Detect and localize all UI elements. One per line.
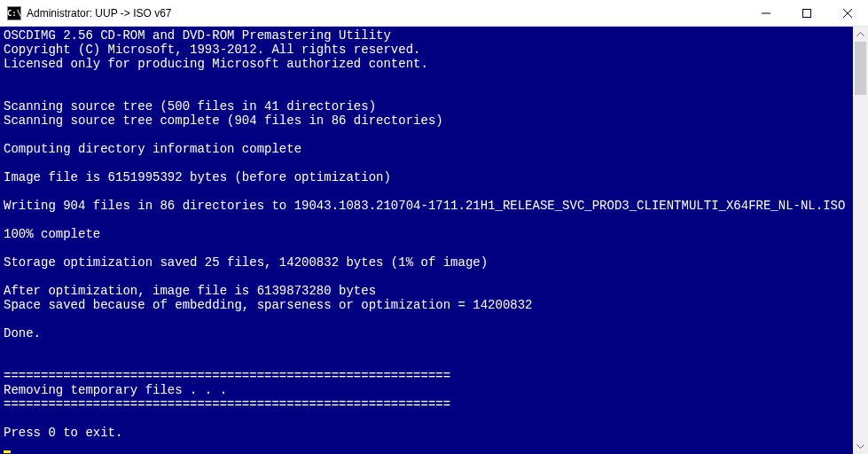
- console-line: [4, 184, 849, 199]
- console-line: [4, 340, 849, 355]
- maximize-icon: [802, 9, 811, 18]
- console-line: ========================================…: [4, 369, 849, 383]
- vertical-scrollbar[interactable]: [853, 27, 868, 454]
- window-title: Administrator: UUP -> ISO v67: [27, 7, 746, 20]
- close-button[interactable]: [827, 0, 868, 26]
- cmd-icon: C:\: [7, 6, 21, 20]
- console-output[interactable]: OSCDIMG 2.56 CD-ROM and DVD-ROM Premaste…: [0, 27, 853, 454]
- console-line: [4, 85, 849, 99]
- content-row: OSCDIMG 2.56 CD-ROM and DVD-ROM Premaste…: [0, 27, 868, 454]
- scroll-down-button[interactable]: [853, 439, 868, 454]
- console-line: [4, 71, 849, 85]
- console-line: Removing temporary files . . .: [4, 383, 849, 397]
- scroll-track[interactable]: [853, 42, 868, 439]
- cursor-icon: [4, 450, 11, 453]
- console-line: [4, 128, 849, 142]
- minimize-button[interactable]: [746, 0, 786, 26]
- console-line: Scanning source tree (500 files in 41 di…: [4, 99, 849, 114]
- chevron-up-icon: [856, 32, 864, 36]
- console-line: After optimization, image file is 613987…: [4, 284, 849, 298]
- scroll-up-button[interactable]: [853, 27, 868, 42]
- console-line: [4, 213, 849, 227]
- close-icon: [843, 9, 852, 18]
- chevron-down-icon: [856, 444, 864, 449]
- maximize-button[interactable]: [786, 0, 827, 26]
- console-line: Licensed only for producing Microsoft au…: [4, 57, 849, 71]
- console-line: Image file is 6151995392 bytes (before o…: [4, 170, 849, 184]
- console-line: ========================================…: [4, 397, 849, 411]
- console-line: [4, 241, 849, 255]
- console-line: Scanning source tree complete (904 files…: [4, 114, 849, 128]
- titlebar: C:\ Administrator: UUP -> ISO v67: [0, 0, 868, 27]
- console-line: [4, 411, 849, 426]
- minimize-icon: [762, 9, 770, 18]
- console-line: 100% complete: [4, 227, 849, 241]
- console-line: OSCDIMG 2.56 CD-ROM and DVD-ROM Premaste…: [4, 28, 849, 43]
- console-line: Space saved because of embedding, sparse…: [4, 298, 849, 312]
- scroll-thumb[interactable]: [855, 42, 866, 95]
- console-line: [4, 355, 849, 369]
- svg-rect-1: [803, 9, 811, 17]
- console-line: [4, 312, 849, 326]
- console-line: [4, 270, 849, 284]
- console-line: [4, 156, 849, 170]
- console-line: Press 0 to exit.: [4, 426, 849, 440]
- console-line: Writing 904 files in 86 directories to 1…: [4, 199, 849, 213]
- console-cursor-line: [4, 440, 849, 454]
- console-line: Copyright (C) Microsoft, 1993-2012. All …: [4, 43, 849, 57]
- window-controls: [746, 0, 868, 26]
- console-line: Done.: [4, 326, 849, 340]
- console-line: Computing directory information complete: [4, 142, 849, 156]
- console-line: Storage optimization saved 25 files, 142…: [4, 255, 849, 270]
